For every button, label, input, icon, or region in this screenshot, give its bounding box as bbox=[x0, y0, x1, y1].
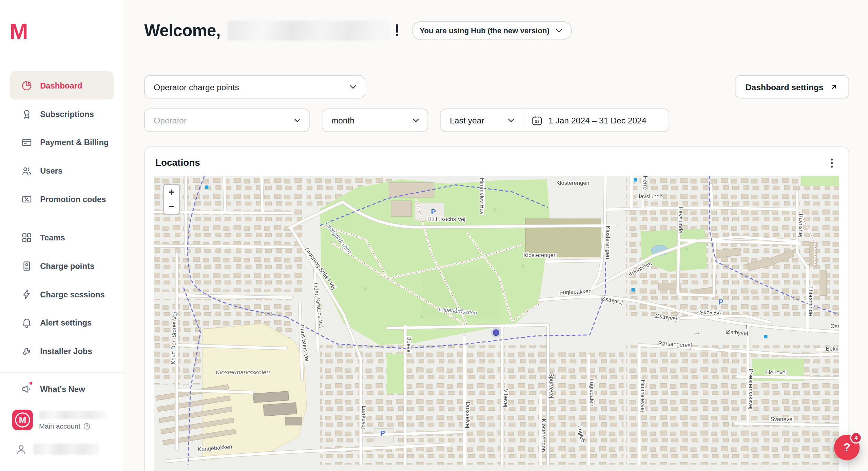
dashboard-settings-button[interactable]: Dashboard settings bbox=[735, 75, 849, 99]
scope-select[interactable]: Operator charge points bbox=[144, 75, 365, 99]
map-label: Klostermarksskolen bbox=[216, 369, 270, 376]
map-label: Hejrevej bbox=[766, 369, 787, 376]
sidebar-nav: DashboardSubscriptionsPayment & BillingU… bbox=[0, 71, 123, 365]
sidebar-item-label: Charge sessions bbox=[40, 290, 105, 298]
sidebar-item-teams[interactable]: Teams bbox=[10, 223, 114, 252]
account-avatar: M bbox=[12, 410, 33, 430]
dashboard-icon bbox=[21, 80, 32, 91]
users-icon bbox=[21, 165, 32, 176]
map-label: Vibevej bbox=[503, 389, 509, 407]
map-label: Havslunde bbox=[677, 207, 684, 233]
brand-logo[interactable]: M bbox=[9, 19, 123, 43]
map-label: Præstemarksvej bbox=[748, 369, 754, 409]
map-label: Duevej bbox=[406, 336, 412, 354]
sidebar-item-whats-new[interactable]: What's New bbox=[10, 375, 114, 403]
map-zoom-control: + − bbox=[163, 184, 180, 215]
map-label: Klosterengen bbox=[556, 180, 590, 186]
map-label: Drosselvej bbox=[465, 402, 471, 428]
map-label: Lærkevej bbox=[361, 406, 367, 429]
notification-badge: 4 bbox=[850, 432, 862, 444]
hub-version-pill[interactable]: You are using Hub (the new version) bbox=[412, 21, 572, 40]
map-label: → bbox=[694, 329, 700, 336]
map-label: Spurvevej bbox=[548, 373, 555, 398]
period-select[interactable]: Last year bbox=[441, 109, 523, 132]
map-label: Klosterengen bbox=[523, 252, 557, 258]
sidebar-item-subscriptions[interactable]: Subscriptions bbox=[10, 100, 114, 128]
period-date-group: Last year 31 1 Jan 2024 – 31 Dec 2024 bbox=[440, 109, 669, 132]
sidebar-item-promotion-codes[interactable]: Promotion codes bbox=[10, 185, 114, 213]
poi-square-icon bbox=[631, 288, 635, 292]
sidebar-item-label: Dashboard bbox=[40, 81, 82, 90]
account-switcher[interactable]: M Main account bbox=[12, 410, 123, 430]
map-label: Fugledalen bbox=[589, 378, 595, 406]
chevron-down-icon bbox=[554, 26, 564, 36]
charger-icon bbox=[21, 260, 32, 271]
locations-card: Locations bbox=[144, 146, 849, 471]
map-label: Klosterengen bbox=[605, 226, 611, 259]
sidebar-item-payment-billing[interactable]: Payment & Billing bbox=[10, 128, 114, 157]
operator-select[interactable]: Operator bbox=[144, 109, 310, 132]
sidebar-item-charge-points[interactable]: Charge points bbox=[10, 252, 114, 280]
app-window: M DashboardSubscriptionsPayment & Billin… bbox=[0, 0, 868, 471]
map-label: Ravnshøj bbox=[798, 214, 804, 237]
zoom-out-button[interactable]: − bbox=[164, 199, 179, 214]
svg-text:31: 31 bbox=[535, 119, 539, 123]
poi-square-icon bbox=[764, 335, 768, 339]
calendar-icon: 31 bbox=[531, 114, 543, 126]
zoom-in-button[interactable]: + bbox=[164, 185, 179, 199]
map-canvas: PPP LadegårdsstienLadegårdsstienH.H. Koc… bbox=[154, 176, 839, 471]
user-menu[interactable] bbox=[15, 443, 124, 456]
sidebar-item-label: Users bbox=[40, 166, 62, 175]
bolt-icon bbox=[21, 289, 32, 300]
poi-square-icon bbox=[205, 185, 209, 189]
account-type-label: Main account bbox=[39, 423, 80, 430]
map-label: Thorsminde bbox=[808, 286, 814, 316]
sidebar-item-dashboard[interactable]: Dashboard bbox=[10, 71, 114, 100]
sidebar-item-alert-settings[interactable]: Alert settings bbox=[10, 308, 114, 337]
parking-icon: P bbox=[719, 298, 724, 306]
sidebar-item-label: What's New bbox=[40, 384, 85, 393]
grid-icon bbox=[21, 232, 32, 243]
wrench-icon bbox=[21, 346, 32, 357]
main-content: Welcome, ! You are using Hub (the new ve… bbox=[124, 0, 868, 471]
help-button[interactable]: ? 4 bbox=[834, 435, 860, 460]
card-title: Locations bbox=[155, 158, 200, 169]
granularity-select[interactable]: month bbox=[322, 109, 428, 132]
map-label: H.H. Kochs Vej bbox=[427, 216, 465, 222]
credit-card-icon bbox=[21, 137, 32, 148]
date-range-field[interactable]: 31 1 Jan 2024 – 31 Dec 2024 bbox=[523, 109, 669, 132]
redacted-welcome-name bbox=[227, 21, 390, 41]
chevron-down-icon bbox=[411, 115, 421, 125]
sidebar-item-installer-jobs[interactable]: Installer Jobs bbox=[10, 337, 114, 365]
redacted-user-name bbox=[33, 444, 99, 455]
kebab-menu-button[interactable] bbox=[826, 157, 838, 169]
map-label: Himmelevvej bbox=[640, 380, 646, 412]
award-icon bbox=[21, 108, 32, 119]
map-label: Havslunde bbox=[636, 193, 663, 200]
redacted-account-name bbox=[39, 411, 106, 419]
sidebar: M DashboardSubscriptionsPayment & Billin… bbox=[0, 0, 124, 471]
locations-map[interactable]: PPP LadegårdsstienLadegårdsstienH.H. Koc… bbox=[154, 176, 839, 471]
map-label: Svanevej bbox=[770, 416, 793, 423]
sidebar-item-label: Teams bbox=[40, 233, 65, 242]
map-label: Klosterengen bbox=[540, 419, 547, 452]
notification-dot bbox=[28, 381, 34, 386]
sidebar-item-label: Alert settings bbox=[40, 318, 92, 327]
map-label: Himmelev Hav bbox=[479, 178, 485, 215]
sidebar-item-label: Promotion codes bbox=[40, 195, 106, 203]
sidebar-divider bbox=[0, 372, 123, 373]
charge-point-marker[interactable] bbox=[491, 328, 501, 338]
page-title: Welcome, ! bbox=[144, 21, 400, 41]
sidebar-item-users[interactable]: Users bbox=[10, 156, 114, 185]
sidebar-item-charge-sessions[interactable]: Charge sessions bbox=[10, 280, 114, 309]
ticket-icon bbox=[21, 193, 32, 204]
person-icon bbox=[15, 443, 28, 456]
bell-icon bbox=[21, 317, 32, 328]
map-label: Østb bbox=[830, 323, 839, 330]
sidebar-item-label: Subscriptions bbox=[40, 110, 94, 118]
question-mark-glyph: ? bbox=[843, 441, 850, 454]
sidebar-item-label: Charge points bbox=[40, 261, 94, 270]
map-label: Bekkas bbox=[826, 346, 839, 352]
question-circle-icon bbox=[83, 423, 91, 430]
chevron-down-icon bbox=[292, 115, 303, 125]
